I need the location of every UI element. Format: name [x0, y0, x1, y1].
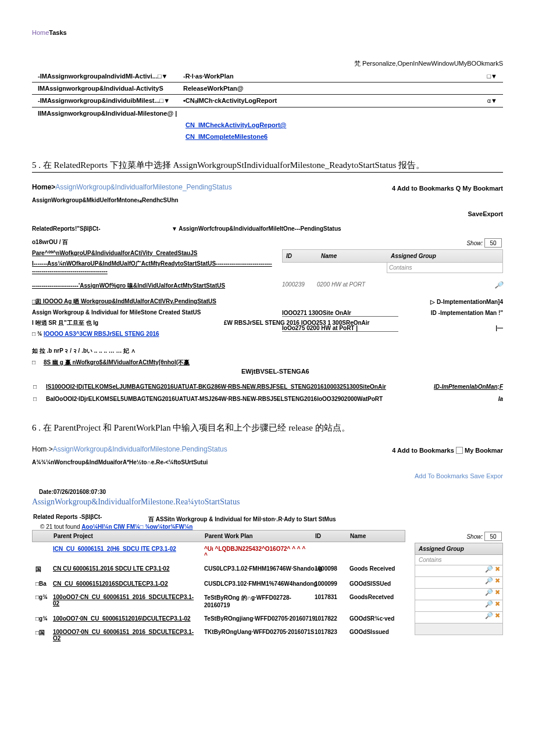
- row-checkbox-icon[interactable]: [32, 544, 49, 560]
- layout-5: o18wrOU / 百 Pare^⁰⁹^nWofkgroUP&Individua…: [32, 237, 503, 368]
- bh-pp[interactable]: Parent Project: [50, 531, 201, 542]
- mag-icon-5[interactable]: 🔎: [485, 612, 493, 619]
- table-row: □g¾100oOO7·CN_CU_60006151_2016_SDCULTECP…: [32, 590, 405, 612]
- tree-r7[interactable]: IOOOO AS3^3CW RBSJrSEL STENG 2016: [44, 331, 159, 337]
- row-checkbox-icon[interactable]: □g¾: [32, 593, 49, 610]
- bookmark-check-icon[interactable]: [456, 447, 463, 454]
- menu-row-0-c1[interactable]: -IMAssignworkgroupaIndividMI-Activi...□▼: [32, 73, 183, 80]
- menu-row-1-c2[interactable]: ReleaseWorkPtan@: [183, 85, 334, 92]
- bc5-home[interactable]: Home>: [32, 183, 55, 191]
- id-cell: 1000098: [311, 564, 346, 575]
- ag-row-1[interactable]: 🔎 ✖: [415, 565, 503, 577]
- tree-r3[interactable]: ------------------------'AssignWOf%gro 嗅…: [32, 276, 273, 292]
- lr1-tx[interactable]: IS100OOI2·IDjTELKOMSeLJUMBAGTENG2016UATU…: [46, 384, 410, 390]
- found-link[interactable]: Aoo¼HI¼n CIW FM¼□ ¾ow¼tor¾FW¼n: [81, 524, 192, 530]
- id-cell: [311, 544, 346, 560]
- ag-header[interactable]: Assigned Group: [415, 543, 503, 555]
- bh-pw[interactable]: Parent Work Plan: [201, 531, 312, 542]
- bc5-bookmarks[interactable]: 4 Add to Bookmarks Q My Bookmart: [392, 185, 503, 192]
- row-checkbox-icon[interactable]: □g¾: [32, 614, 49, 623]
- table-row: ICN_CU_60006151_2(H6_SDCU ITE CP3.1-02^U…: [32, 542, 405, 562]
- menu-row-0-c2[interactable]: -R·l·as·WorkPlan: [183, 73, 334, 80]
- tree-r0[interactable]: o18wrOU / 百: [32, 237, 273, 248]
- menu-row-3-c1[interactable]: IIMAssignworkgroup&Individual-Milestone@…: [32, 110, 183, 117]
- name-cell: GOOdSISSUed: [346, 579, 404, 588]
- tree-r1[interactable]: Pare^⁰⁹^nWofkgroUP&IndividualforACtiVity…: [32, 248, 273, 258]
- related5-label: RelatedReports!"SβIβCt-: [32, 225, 172, 232]
- clear-icon-3[interactable]: ✖: [495, 589, 500, 596]
- pw-text: CUSDLCP3.102·FMHM1%746W4handong: [204, 581, 317, 587]
- bh-row: Parent Project Parent Work Plan ID Name: [32, 530, 405, 542]
- pw-text: ^Uι ^LQDBJN225432^O16O72^ ^ ^ ^ ^: [204, 546, 305, 558]
- pp-link[interactable]: 100oOO7·0N_CU_600061512016\DCULTECP3.1-0…: [53, 615, 191, 622]
- midline-1: ▷ D-ImptementationMan]4: [282, 291, 503, 307]
- nav-home[interactable]: Home: [32, 29, 49, 36]
- pp-link[interactable]: CN CU 60006151.2016 SDCU LTE CP3.1·02: [53, 565, 169, 572]
- r4b: £W RBSJrSEL STENG 2016 IOOO253 1 300SReO…: [224, 320, 398, 326]
- gh-ag[interactable]: Assigned Group: [387, 250, 502, 262]
- pp-cell: ICN_CU_60006151_2(H6_SDCU ITE CP3.1-02: [49, 544, 201, 560]
- mag-icon-1[interactable]: 🔎: [485, 565, 493, 572]
- clear-icon-2[interactable]: ✖: [495, 577, 500, 584]
- mag-icon-4[interactable]: 🔎: [485, 600, 493, 607]
- mag-icon-2[interactable]: 🔎: [485, 577, 493, 584]
- menu-row-0-c3[interactable]: □▼: [334, 73, 503, 80]
- dr1-mag-icon[interactable]: 🔎: [387, 281, 503, 289]
- ag-row-4[interactable]: 🔎 ✖: [415, 600, 503, 612]
- row-checkbox-icon[interactable]: □国: [32, 628, 49, 643]
- nav-tasks[interactable]: Tasks: [49, 29, 66, 36]
- tree-r4[interactable]: □囱 IOOOO Ag 晒 Workgroup&IndMdUalforACtIV…: [32, 298, 216, 304]
- bc6-path[interactable]: AssignWorkgroup&IndividualforMilestone.P…: [53, 445, 227, 453]
- pp-link[interactable]: ICN_CU_60006151_2(H6_SDCU ITE CP3.1-02: [53, 546, 176, 552]
- gh-name[interactable]: Name: [318, 250, 387, 262]
- report-link-6[interactable]: AssignWorkgroup&IndividualforMilestone.R…: [32, 497, 503, 507]
- tree-r9[interactable]: 8S 幽 g 赢 nWofkgro$&IMVidualforACtMty[θnh…: [44, 359, 190, 366]
- clear-icon-4[interactable]: ✖: [495, 600, 500, 607]
- menu-row-1-c1[interactable]: IMAssignworkgroup&Individual-ActivityS: [32, 85, 183, 92]
- row-checkbox-icon[interactable]: □Ba: [32, 579, 49, 588]
- sublink-check-report[interactable]: CN_IMCheckActivityLogReport@: [32, 119, 503, 131]
- lr2-box-icon[interactable]: □: [32, 396, 46, 402]
- show-input-5[interactable]: [484, 238, 502, 248]
- bh-id[interactable]: ID: [312, 531, 347, 542]
- top-nav: HomeTasks: [32, 29, 503, 36]
- name-cell: GOOdSIssued: [346, 628, 404, 643]
- pw-cell: TeStByROng 的∩g·WFFD02728-20160719: [201, 593, 311, 610]
- dr1-id: 1000239: [282, 281, 317, 289]
- pp-link[interactable]: CN_CU_600061512016SDCULTECP3.1-O2: [53, 581, 168, 587]
- tree-r5[interactable]: Assign Workgroup & Individual for MileSt…: [32, 307, 273, 317]
- menu-row-2-c2[interactable]: •CN₀IMCh·ckActivityLogReport: [183, 97, 334, 105]
- row-checkbox-icon[interactable]: 国: [32, 564, 49, 575]
- clear-icon-5[interactable]: ✖: [495, 612, 500, 619]
- actions-save-export-6[interactable]: Add To Bookmarks Save Expor: [32, 472, 503, 479]
- personalize-bar[interactable]: 梵 Personalize,OpenInNewWindowUMyBOOkmark…: [32, 59, 503, 68]
- ag-row-3[interactable]: 🔎 ✖: [415, 589, 503, 600]
- mag-icon-3[interactable]: 🔎: [485, 589, 493, 596]
- lr2-tx[interactable]: BaIOoOOI2·IDjrELKOMSEL5UMBAGTENG2016UATU…: [46, 396, 410, 402]
- related5-value[interactable]: ▼ AssignWorfcfroup&IndividualforMileItOn…: [172, 225, 503, 232]
- bc6-bookmarks[interactable]: 4 Add to Bookmarks My Bookmar: [392, 447, 503, 454]
- bc6-home[interactable]: Hom·>: [32, 445, 53, 453]
- save-export-5[interactable]: SaveExport: [32, 210, 503, 217]
- pp-link[interactable]: 100oOO7·CN_CU_60006151_2016_SDCULTECP3.1…: [53, 594, 194, 607]
- ag-row-2[interactable]: 🔎 ✖: [415, 577, 503, 589]
- bc5-path[interactable]: AssignWorkgroup&IndividualforMilestone_P…: [55, 183, 231, 191]
- pp-link[interactable]: 100OOO7·0N_CU_60006151_2016_SDCULTECP3.1…: [53, 629, 194, 642]
- menu-row-2-c1[interactable]: -IMAssignworkgroup&individuibMilest...□▼: [32, 97, 183, 105]
- sublink-complete-milestone[interactable]: CN_IMCompleteMilestone6: [32, 131, 503, 142]
- ag-contains[interactable]: Contains: [415, 555, 503, 565]
- show-input-6[interactable]: [484, 532, 502, 541]
- bh-nm[interactable]: Name: [347, 531, 405, 542]
- lr1-box-icon[interactable]: □: [32, 384, 46, 390]
- show-label-6: Show:: [466, 533, 483, 540]
- clear-icon-1[interactable]: ✖: [495, 565, 500, 572]
- id-cell: 1000099: [311, 579, 346, 588]
- contains-box-5[interactable]: Contains: [387, 263, 503, 273]
- tree-r9-wrap: □ 8S 幽 g 赢 nWofkgro$&IMVidualforACtMty[θ…: [32, 357, 273, 368]
- gh-id[interactable]: ID: [283, 250, 318, 262]
- menu-row-2-c3[interactable]: α▼: [334, 97, 503, 105]
- tree-r2[interactable]: I-------Ass¼nWOfkaroUP&IndMdUalfO广ActMty…: [32, 258, 273, 276]
- ag-row-6[interactable]: [415, 624, 503, 635]
- mid1a: ▷ D-ImptementationMan]4: [398, 299, 503, 305]
- ag-row-5[interactable]: 🔎 ✖: [415, 612, 503, 624]
